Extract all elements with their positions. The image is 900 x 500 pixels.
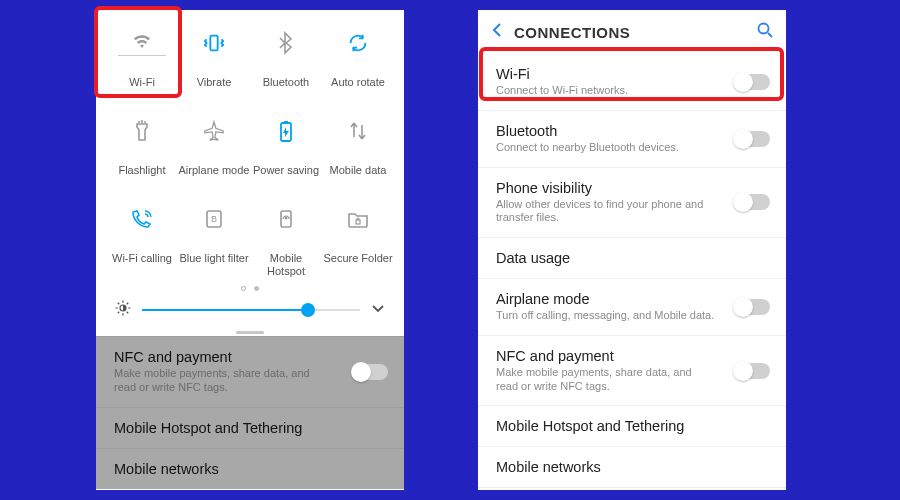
row-airplane[interactable]: Airplane mode Turn off calling, messagin… <box>478 279 786 336</box>
back-icon[interactable] <box>490 22 504 42</box>
tile-label: Wi-Fi <box>129 76 155 89</box>
tile-label: Bluetooth <box>263 76 309 89</box>
airplane-icon <box>203 118 225 144</box>
flashlight-icon <box>133 118 151 144</box>
row-nfc[interactable]: NFC and payment Make mobile payments, sh… <box>478 336 786 407</box>
toggle-airplane[interactable] <box>734 299 770 315</box>
row-mobile-networks[interactable]: Mobile networks <box>478 447 786 488</box>
blue-light-icon: B <box>204 206 224 232</box>
tile-wifi-calling[interactable]: Wi-Fi calling <box>106 192 178 280</box>
toggle-wifi[interactable] <box>734 74 770 90</box>
rotate-icon <box>347 30 369 56</box>
wifi-icon <box>118 30 166 56</box>
tile-label: Blue light filter <box>179 252 248 265</box>
tile-secure-folder[interactable]: Secure Folder <box>322 192 394 280</box>
row-hotspot-tether[interactable]: Mobile Hotspot and Tethering <box>478 406 786 447</box>
secure-folder-icon <box>347 206 369 232</box>
tile-label: Power saving <box>253 164 319 177</box>
tile-label: Auto rotate <box>331 76 385 89</box>
drag-handle[interactable] <box>236 331 264 334</box>
tile-flashlight[interactable]: Flashlight <box>106 104 178 192</box>
tile-vibrate[interactable]: Vibrate <box>178 16 250 104</box>
brightness-row <box>96 293 404 331</box>
bluetooth-icon <box>278 30 294 56</box>
tile-blue-light[interactable]: B Blue light filter <box>178 192 250 280</box>
svg-rect-2 <box>284 121 288 123</box>
tile-label: Secure Folder <box>323 252 392 265</box>
hotspot-icon <box>276 206 296 232</box>
background-settings: NFC and payment Make mobile payments, sh… <box>96 336 404 489</box>
quick-settings-panel: Wi-Fi Vibrate Bluetooth Auto rotate Flas… <box>96 10 404 490</box>
tile-label: Airplane mode <box>179 164 250 177</box>
tile-mobile-data[interactable]: Mobile data <box>322 104 394 192</box>
tile-bluetooth[interactable]: Bluetooth <box>250 16 322 104</box>
row-data-usage[interactable]: Data usage <box>478 238 786 279</box>
toggle-bluetooth[interactable] <box>734 131 770 147</box>
tile-label: Mobile data <box>330 164 387 177</box>
tile-power-saving[interactable]: Power saving <box>250 104 322 192</box>
row-wifi[interactable]: Wi-Fi Connect to Wi-Fi networks. <box>478 54 786 111</box>
svg-point-9 <box>759 24 769 34</box>
quick-settings-grid: Wi-Fi Vibrate Bluetooth Auto rotate Flas… <box>96 10 404 280</box>
tile-wifi[interactable]: Wi-Fi <box>106 16 178 104</box>
row-mobile-networks[interactable]: Mobile networks <box>96 448 404 489</box>
data-icon <box>348 118 368 144</box>
row-hotspot-tether[interactable]: Mobile Hotspot and Tethering <box>96 407 404 448</box>
svg-point-6 <box>285 217 288 220</box>
brightness-slider[interactable] <box>142 300 360 320</box>
row-nfc[interactable]: NFC and payment Make mobile payments, sh… <box>96 336 404 407</box>
toggle-visibility[interactable] <box>734 194 770 210</box>
search-icon[interactable] <box>756 21 774 43</box>
svg-rect-0 <box>210 36 217 51</box>
svg-rect-7 <box>356 220 360 224</box>
header: CONNECTIONS <box>478 10 786 54</box>
wifi-calling-icon <box>130 206 154 232</box>
connections-settings: CONNECTIONS Wi-Fi Connect to Wi-Fi netwo… <box>478 10 786 490</box>
tile-label: Mobile Hotspot <box>250 252 322 277</box>
vibrate-icon <box>203 30 225 56</box>
tile-hotspot[interactable]: Mobile Hotspot <box>250 192 322 280</box>
battery-icon <box>278 118 294 144</box>
toggle-nfc[interactable] <box>734 363 770 379</box>
page-title: CONNECTIONS <box>514 24 630 41</box>
svg-text:B: B <box>211 214 217 224</box>
tile-auto-rotate[interactable]: Auto rotate <box>322 16 394 104</box>
row-bluetooth[interactable]: Bluetooth Connect to nearby Bluetooth de… <box>478 111 786 168</box>
chevron-down-icon[interactable] <box>370 300 386 320</box>
tile-label: Wi-Fi calling <box>112 252 172 265</box>
brightness-icon <box>114 299 132 321</box>
tile-label: Flashlight <box>118 164 165 177</box>
tile-airplane[interactable]: Airplane mode <box>178 104 250 192</box>
toggle[interactable] <box>352 364 388 380</box>
tile-label: Vibrate <box>197 76 232 89</box>
page-indicator <box>96 280 404 293</box>
row-phone-visibility[interactable]: Phone visibility Allow other devices to … <box>478 168 786 239</box>
